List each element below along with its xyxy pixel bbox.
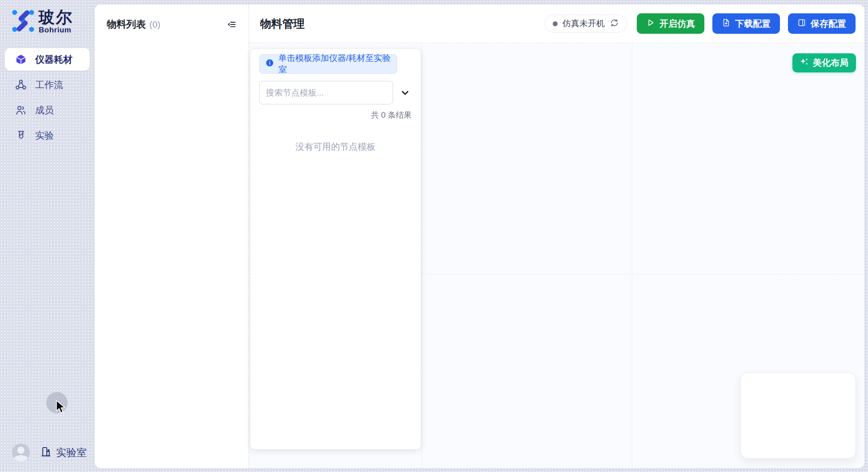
brand-name-zh: 玻尔 xyxy=(39,9,73,26)
sidebar-item-label: 实验 xyxy=(35,129,54,142)
save-icon xyxy=(797,18,806,29)
page-header: 物料管理 仿真未开机 xyxy=(249,4,864,43)
user-avatar[interactable] xyxy=(12,444,30,461)
sidebar-item-experiment[interactable]: 实验 xyxy=(5,124,90,147)
refresh-icon[interactable] xyxy=(610,18,619,29)
layout-canvas[interactable]: 单击模板添加仪器/耗材至实验室 共 0 条结果 没有可用的节点模板 xyxy=(249,43,864,468)
main-region: 物料管理 仿真未开机 xyxy=(249,4,864,468)
play-icon xyxy=(646,18,655,29)
start-simulation-button[interactable]: 开启仿真 xyxy=(637,13,704,34)
workflow-icon xyxy=(15,79,27,91)
lab-entry-label: 实验室 xyxy=(56,446,87,460)
empty-templates-message: 没有可用的节点模板 xyxy=(259,141,412,153)
canvas-gridline xyxy=(632,43,632,468)
brand-name-en: Bohrium xyxy=(39,26,73,35)
materials-list-title: 物料列表 xyxy=(107,18,146,31)
materials-list-count: (0) xyxy=(149,20,160,30)
canvas-gridline xyxy=(422,43,422,468)
template-hint-text: 单击模板添加仪器/耗材至实验室 xyxy=(278,52,391,76)
beautify-layout-label: 美化布局 xyxy=(813,57,848,69)
sidebar: 玻尔 Bohrium 仪器耗材 工作流 xyxy=(0,0,95,472)
template-search-input[interactable] xyxy=(259,81,393,104)
experiment-icon xyxy=(15,130,27,141)
canvas-minimap[interactable] xyxy=(740,372,856,459)
collapse-panel-icon[interactable] xyxy=(226,19,237,30)
cube-icon xyxy=(15,54,27,65)
save-config-button[interactable]: 保存配置 xyxy=(788,13,856,34)
start-simulation-label: 开启仿真 xyxy=(659,18,695,30)
sparkles-icon xyxy=(800,58,809,68)
sidebar-item-members[interactable]: 成员 xyxy=(5,99,90,121)
sidebar-item-label: 工作流 xyxy=(35,79,63,91)
download-config-button[interactable]: 下载配置 xyxy=(712,13,780,34)
materials-list-panel: 物料列表 (0) xyxy=(95,4,249,468)
sidebar-nav: 仪器耗材 工作流 成员 xyxy=(0,48,95,147)
sidebar-item-workflow[interactable]: 工作流 xyxy=(5,73,90,96)
simulation-status-label: 仿真未开机 xyxy=(563,18,605,29)
chevron-down-icon[interactable] xyxy=(399,86,412,100)
content-panel: 物料列表 (0) 物料管理 仿真未开机 xyxy=(95,4,864,468)
sidebar-item-label: 仪器耗材 xyxy=(35,53,72,66)
page-title: 物料管理 xyxy=(260,16,305,31)
sidebar-footer: 实验室 xyxy=(12,444,87,461)
search-result-count: 共 0 条结果 xyxy=(259,110,412,120)
simulation-status-pill[interactable]: 仿真未开机 xyxy=(545,15,627,32)
brand-logo: 玻尔 Bohrium xyxy=(0,0,95,35)
sidebar-item-instruments[interactable]: 仪器耗材 xyxy=(5,48,90,71)
file-download-icon xyxy=(722,18,731,29)
building-icon xyxy=(40,445,52,460)
template-hint-banner[interactable]: 单击模板添加仪器/耗材至实验室 xyxy=(259,54,397,74)
save-config-label: 保存配置 xyxy=(811,18,846,30)
download-config-label: 下载配置 xyxy=(735,18,771,30)
bohrium-logo-icon xyxy=(12,9,35,35)
beautify-layout-button[interactable]: 美化布局 xyxy=(792,53,856,72)
sidebar-item-label: 成员 xyxy=(35,104,54,116)
status-dot-icon xyxy=(553,21,558,26)
lab-entry[interactable]: 实验室 xyxy=(40,445,87,460)
node-template-panel: 单击模板添加仪器/耗材至实验室 共 0 条结果 没有可用的节点模板 xyxy=(250,49,421,449)
info-icon xyxy=(265,59,274,69)
members-icon xyxy=(15,104,27,116)
